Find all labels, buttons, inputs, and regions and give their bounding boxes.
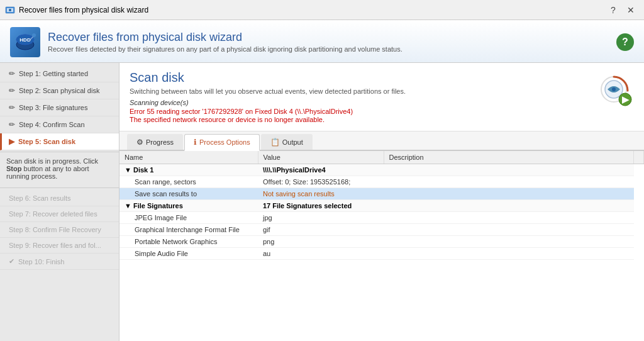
row-value: \\\\.\\PhysicalDrive4 <box>258 164 384 176</box>
sidebar-item-step6: Step 6: Scan results <box>0 191 119 206</box>
svg-point-2 <box>9 9 11 11</box>
table-row: ▼ Disk 1 \\\\.\\PhysicalDrive4 <box>119 164 644 176</box>
content-area: Scan disk Switching between tabs will le… <box>119 63 644 341</box>
title-bar-title: Recover files from physical disk wizard <box>19 6 605 14</box>
process-options-tab-icon: ℹ <box>194 138 197 147</box>
content-status: Scanning device(s) <box>130 99 406 106</box>
step10-label: Step 10: Finish <box>18 258 64 266</box>
options-table: Name Value Description ▼ Disk 1 \\\\.\\P… <box>119 151 644 260</box>
row-value: 17 File Signatures selected <box>258 200 384 212</box>
help-button[interactable]: ? <box>605 3 621 18</box>
table-row: ▼ File Signatures 17 File Signatures sel… <box>119 200 644 212</box>
row-name: Graphical Interchange Format File <box>119 224 258 236</box>
step8-label: Step 8: Confirm File Recovery <box>9 226 101 233</box>
step5-icon: ▶ <box>9 137 14 146</box>
header-icon: HDD <box>10 27 40 57</box>
col-header-scroll <box>634 151 644 164</box>
row-value: au <box>258 248 384 260</box>
header-help-button[interactable]: ? <box>616 33 634 51</box>
tab-progress[interactable]: ⚙ Progress <box>127 134 183 150</box>
row-desc <box>384 164 634 176</box>
header-texts: Recover files from physical disk wizard … <box>48 31 402 53</box>
sidebar-item-step3[interactable]: ✏ Step 3: File signatures <box>0 99 119 116</box>
content-error2: The specified network resource or device… <box>130 116 406 123</box>
svg-point-7 <box>32 33 36 37</box>
sidebar: ✏ Step 1: Getting started ✏ Step 2: Scan… <box>0 63 119 341</box>
table-row: Scan range, sectors Offset: 0; Size: 195… <box>119 176 644 188</box>
step6-label: Step 6: Scan results <box>9 194 70 202</box>
title-bar-icon <box>5 5 15 15</box>
row-desc <box>384 212 634 224</box>
row-name: JPEG Image File <box>119 212 258 224</box>
row-desc <box>384 176 634 188</box>
row-desc <box>384 236 634 248</box>
sidebar-item-step2[interactable]: ✏ Step 2: Scan physical disk <box>0 82 119 99</box>
sidebar-item-step10: ✔ Step 10: Finish <box>0 254 119 270</box>
content-subtitle: Switching between tabs will let you obse… <box>130 87 406 95</box>
col-header-desc: Description <box>384 151 634 164</box>
tab-process-options[interactable]: ℹ Process Options <box>184 134 260 151</box>
step2-icon: ✏ <box>9 86 15 95</box>
row-name: ▼ Disk 1 <box>119 164 258 176</box>
content-header: Scan disk Switching between tabs will le… <box>119 63 644 131</box>
step1-icon: ✏ <box>9 69 15 78</box>
scan-animation-icon: ▶ <box>596 73 634 109</box>
row-value: Not saving scan results <box>258 188 384 200</box>
tab-process-options-label: Process Options <box>199 138 250 146</box>
col-header-value: Value <box>258 151 384 164</box>
tab-output[interactable]: 📋 Output <box>261 134 313 150</box>
tab-bar: ⚙ Progress ℹ Process Options 📋 Output <box>119 131 644 151</box>
step7-label: Step 7: Recover deleted files <box>9 210 97 218</box>
row-desc <box>384 188 634 200</box>
table-row: JPEG Image File jpg <box>119 212 644 224</box>
sidebar-item-step4[interactable]: ✏ Step 4: Confirm Scan <box>0 116 119 133</box>
sidebar-item-label: Step 5: Scan disk <box>18 138 75 145</box>
sidebar-item-label: Step 4: Confirm Scan <box>19 121 85 128</box>
filesig-label: File Signatures <box>133 202 183 210</box>
sidebar-item-label: Step 3: File signatures <box>19 104 87 111</box>
disk1-label: Disk 1 <box>133 166 153 174</box>
progress-text: Scan disk is in progress. Click <box>6 157 98 165</box>
row-name: Portable Network Graphics <box>119 236 258 248</box>
row-name: Simple Audio File <box>119 248 258 260</box>
row-value: gif <box>258 224 384 236</box>
row-desc <box>384 224 634 236</box>
sidebar-item-label: Step 2: Scan physical disk <box>19 87 99 94</box>
table-row: Simple Audio File au <box>119 248 644 260</box>
row-value: png <box>258 236 384 248</box>
content-title: Scan disk <box>130 70 406 85</box>
svg-text:▶: ▶ <box>622 94 630 104</box>
row-value: jpg <box>258 212 384 224</box>
tab-progress-label: Progress <box>146 138 174 146</box>
row-value: Offset: 0; Size: 1953525168; <box>258 176 384 188</box>
sidebar-item-step5[interactable]: ▶ Step 5: Scan disk <box>0 133 119 150</box>
title-bar: Recover files from physical disk wizard … <box>0 0 644 20</box>
header-subtitle: Recover files detected by their signatur… <box>48 45 402 53</box>
title-bar-controls: ? ✕ <box>605 3 639 18</box>
row-desc <box>384 200 634 212</box>
main-container: ✏ Step 1: Getting started ✏ Step 2: Scan… <box>0 63 644 341</box>
svg-point-10 <box>612 87 616 91</box>
progress-tab-icon: ⚙ <box>136 138 143 147</box>
row-desc <box>384 248 634 260</box>
tab-output-label: Output <box>282 138 303 146</box>
row-name: ▼ File Signatures <box>119 200 258 212</box>
header-left: HDD Recover files from physical disk wiz… <box>10 27 402 57</box>
output-tab-icon: 📋 <box>270 138 280 147</box>
table-container[interactable]: Name Value Description ▼ Disk 1 \\\\.\\P… <box>119 151 644 341</box>
row-name: Scan range, sectors <box>119 176 258 188</box>
svg-text:HDD: HDD <box>19 37 31 43</box>
col-header-name: Name <box>119 151 258 164</box>
row-name: Save scan results to <box>119 188 258 200</box>
header-banner: HDD Recover files from physical disk wiz… <box>0 20 644 63</box>
step3-icon: ✏ <box>9 103 15 112</box>
header-title: Recover files from physical disk wizard <box>48 31 402 44</box>
table-row: Graphical Interchange Format File gif <box>119 224 644 236</box>
sidebar-item-label: Step 1: Getting started <box>19 70 88 77</box>
sidebar-item-step1[interactable]: ✏ Step 1: Getting started <box>0 65 119 82</box>
sidebar-item-step7: Step 7: Recover deleted files <box>0 206 119 222</box>
table-row: Save scan results to Not saving scan res… <box>119 188 644 200</box>
progress-stop-bold: Stop <box>6 165 21 172</box>
sidebar-item-step9: Step 9: Recover files and fol... <box>0 238 119 254</box>
close-button[interactable]: ✕ <box>623 3 639 18</box>
